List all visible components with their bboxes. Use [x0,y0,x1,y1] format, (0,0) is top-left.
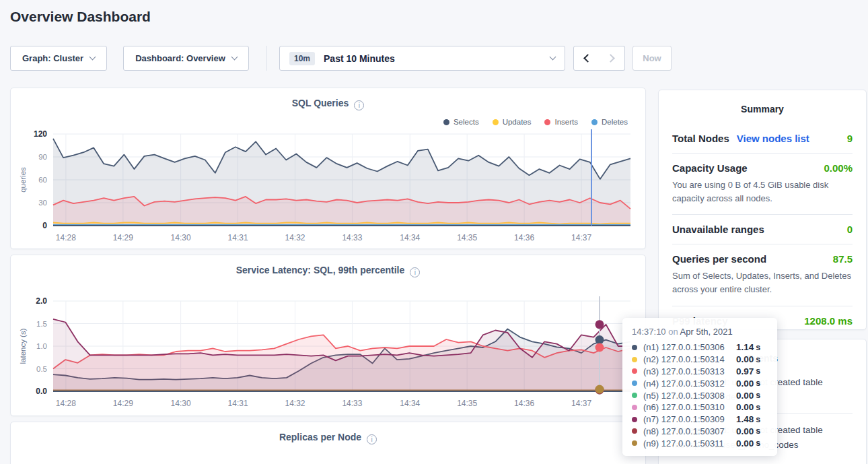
svg-text:1.5: 1.5 [36,320,47,328]
series-color-dot [632,368,637,374]
svg-text:14:29: 14:29 [113,399,133,408]
tooltip-unit: s [756,343,760,352]
svg-text:queries: queries [19,167,27,193]
summary-row-description: Sum of Selects, Updates, Inserts, and De… [672,269,853,296]
time-range-selector[interactable]: 10m Past 10 Minutes [279,46,565,71]
series-color-dot [632,428,637,434]
sql-queries-chart[interactable]: 030609012014:2814:2914:3014:3114:3214:33… [16,127,641,248]
summary-row-label: Capacity Usage [672,162,748,174]
summary-row-value: 1208.0 ms [804,315,853,327]
dashboard-dropdown[interactable]: Dashboard: Overview [123,46,249,71]
info-icon[interactable]: i [410,267,420,277]
svg-text:14:31: 14:31 [228,399,248,408]
tooltip-node-label: (n9) 127.0.0.1:50311 [643,438,736,449]
summary-panel: Summary Total NodesView nodes list9Capac… [658,90,867,330]
svg-text:2.0: 2.0 [36,296,47,306]
summary-row: Capacity Usage0.00%You are using 0 B of … [672,154,853,215]
tooltip-row: (n9) 127.0.0.1:503110.00s [632,437,768,449]
info-icon[interactable]: i [354,100,364,110]
chevron-down-icon [550,54,556,61]
series-color-dot [632,345,637,350]
summary-title: Summary [659,104,866,114]
time-range-badge: 10m [289,52,315,65]
tooltip-node-label: (n1) 127.0.0.1:50306 [643,342,736,352]
svg-text:120: 120 [34,129,47,139]
graph-dropdown-label: Graph: Cluster [22,53,83,63]
tooltip-node-value: 0.00 [736,438,754,449]
svg-text:14:34: 14:34 [400,233,420,242]
series-color-dot [632,380,637,386]
legend-dot [544,119,550,125]
tooltip-unit: s [756,366,760,376]
svg-text:14:35: 14:35 [457,233,477,242]
tooltip-unit: s [756,415,760,424]
summary-row-label: Total Nodes [672,133,729,144]
tooltip-node-value: 0.00 [736,426,754,436]
service-latency-chart[interactable]: 0.00.51.01.52.014:2814:2914:3014:3114:32… [16,294,641,416]
sql-queries-title: SQL Queriesi [11,98,645,110]
svg-text:14:30: 14:30 [171,233,191,242]
info-icon[interactable]: i [367,434,377,444]
tooltip-node-value: 0.00 [736,354,754,364]
graph-dropdown[interactable]: Graph: Cluster [10,46,107,71]
tooltip-node-value: 0.00 [736,391,754,401]
chevron-down-icon [231,54,238,61]
tooltip-row: (n6) 127.0.0.1:503100.00s [632,401,768,413]
replicas-per-node-card: Replicas per Nodei [10,422,646,464]
tooltip-unit: s [756,438,760,448]
now-button[interactable]: Now [632,46,672,71]
svg-text:14:32: 14:32 [285,399,305,408]
replicas-per-node-title: Replicas per Nodei [11,432,645,444]
legend-item-deletes[interactable]: Deletes [591,118,628,126]
tooltip-row: (n1) 127.0.0.1:503061.14s [632,341,768,354]
svg-text:14:35: 14:35 [457,399,477,408]
tooltip-node-value: 0.00 [736,402,754,412]
tooltip-node-value: 0.97 [736,366,754,376]
chevron-down-icon [89,54,96,61]
sql-queries-card: SQL Queriesi SelectsUpdatesInsertsDelete… [10,88,646,249]
view-nodes-list-link[interactable]: View nodes list [737,133,809,144]
tooltip-row: (n8) 127.0.0.1:503070.00s [632,426,768,438]
legend-item-inserts[interactable]: Inserts [544,118,578,126]
svg-text:0: 0 [42,221,47,230]
time-next-button[interactable] [599,46,625,71]
svg-text:14:28: 14:28 [56,399,76,408]
summary-row-description: You are using 0 B of 4.5 GiB usable disk… [672,178,853,205]
tooltip-row: (n3) 127.0.0.1:503130.97s [632,366,768,378]
svg-text:14:36: 14:36 [514,233,534,242]
tooltip-unit: s [756,403,760,412]
tooltip-unit: s [756,378,760,388]
summary-row-value: 0 [847,224,853,235]
chevron-right-icon [606,54,615,63]
tooltip-row: (n7) 127.0.0.1:503091.48s [632,413,768,426]
legend-label: Inserts [554,118,578,126]
sql-queries-legend: SelectsUpdatesInsertsDeletes [443,118,628,126]
legend-dot [443,119,449,125]
chevron-left-icon [583,54,592,63]
tooltip-node-value: 1.14 [736,342,754,352]
svg-text:14:37: 14:37 [571,399,591,408]
chart-hover-tooltip: 14:37:10 on Apr 5th, 2021 (n1) 127.0.0.1… [622,318,777,456]
svg-text:14:29: 14:29 [113,233,133,242]
tooltip-row: (n2) 127.0.0.1:503140.00s [632,354,768,366]
tooltip-unit: s [756,391,760,400]
summary-row-label: Unavailable ranges [672,224,764,235]
svg-text:14:31: 14:31 [228,233,248,242]
summary-row: Queries per second87.5Sum of Selects, Up… [672,244,853,306]
legend-item-updates[interactable]: Updates [493,118,532,126]
time-prev-button[interactable] [573,46,600,71]
svg-text:0.5: 0.5 [36,365,47,373]
tooltip-timestamp: 14:37:10 on Apr 5th, 2021 [632,327,768,337]
tooltip-unit: s [756,355,760,364]
page-title: Overview Dashboard [10,9,151,25]
series-color-dot [632,440,637,446]
svg-text:90: 90 [38,153,47,161]
svg-text:14:33: 14:33 [342,233,362,242]
tooltip-node-value: 1.48 [736,414,754,424]
svg-text:14:33: 14:33 [342,399,362,408]
tooltip-rows: (n1) 127.0.0.1:503061.14s(n2) 127.0.0.1:… [632,341,768,449]
tooltip-node-label: (n4) 127.0.0.1:50312 [643,378,736,389]
tooltip-node-label: (n7) 127.0.0.1:50309 [643,414,736,424]
legend-label: Selects [454,118,479,126]
legend-item-selects[interactable]: Selects [443,118,479,126]
